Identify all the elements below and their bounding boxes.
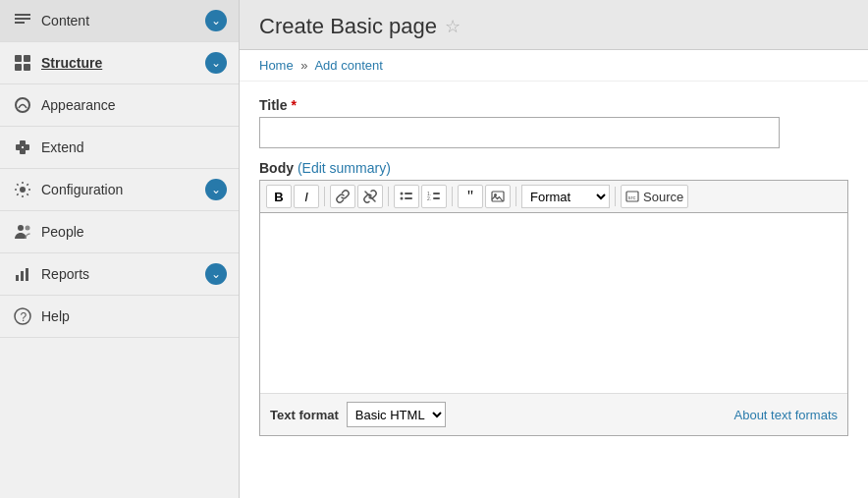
svg-rect-22: [405, 193, 412, 194]
format-select[interactable]: Format Heading 1 Heading 2 Normal: [521, 185, 610, 208]
reports-chevron: ⌄: [205, 263, 227, 285]
sidebar-item-structure[interactable]: Structure ⌄: [0, 42, 239, 84]
svg-rect-10: [20, 140, 26, 146]
svg-text:src: src: [628, 194, 636, 200]
title-input[interactable]: [259, 117, 780, 148]
main-content: Create Basic page ☆ Home » Add content T…: [240, 0, 868, 498]
about-text-formats-link[interactable]: About text formats: [734, 408, 839, 422]
svg-point-21: [401, 193, 404, 195]
svg-rect-0: [15, 14, 30, 16]
configuration-chevron: ⌄: [205, 179, 227, 200]
configuration-icon: [12, 179, 33, 200]
people-icon: [12, 221, 33, 243]
page-title: Create Basic page: [259, 14, 437, 39]
svg-rect-24: [405, 197, 412, 199]
source-button[interactable]: src Source: [621, 185, 688, 208]
toolbar-separator-3: [452, 187, 453, 206]
appearance-icon: [12, 94, 33, 116]
svg-rect-3: [15, 55, 22, 62]
editor-footer: Text format Basic HTML Full HTML Plain t…: [260, 393, 847, 435]
svg-text:?: ?: [21, 310, 27, 324]
sidebar-item-label-appearance: Appearance: [41, 97, 227, 113]
text-format-label: Text format: [270, 408, 339, 422]
sidebar-item-label-reports: Reports: [41, 266, 205, 282]
svg-rect-28: [433, 197, 440, 199]
toolbar-separator-1: [324, 187, 325, 206]
sidebar: Content ⌄ Structure ⌄ Appearance: [0, 0, 240, 498]
extend-icon: [12, 137, 33, 158]
svg-text:2.: 2.: [427, 195, 431, 201]
sidebar-item-label-extend: Extend: [41, 139, 227, 155]
sidebar-item-appearance[interactable]: Appearance: [0, 84, 239, 127]
blockquote-button[interactable]: ": [458, 185, 483, 208]
sidebar-item-configuration[interactable]: Configuration ⌄: [0, 169, 239, 211]
sidebar-item-reports[interactable]: Reports ⌄: [0, 253, 239, 296]
sidebar-item-label-content: Content: [41, 13, 205, 28]
svg-rect-1: [15, 18, 30, 20]
toolbar-separator-5: [615, 187, 616, 206]
svg-point-12: [20, 187, 26, 193]
svg-point-30: [494, 194, 497, 196]
body-editor[interactable]: [260, 213, 847, 390]
toolbar-separator-2: [388, 187, 389, 206]
svg-point-23: [401, 197, 404, 200]
breadcrumb: Home » Add content: [240, 50, 868, 82]
sidebar-item-label-structure: Structure: [41, 55, 205, 71]
svg-rect-26: [433, 193, 440, 194]
svg-rect-11: [20, 148, 26, 154]
edit-summary-link[interactable]: (Edit summary): [298, 160, 391, 176]
breadcrumb-home-link[interactable]: Home: [259, 58, 294, 73]
svg-rect-2: [15, 22, 25, 24]
help-icon: ?: [12, 305, 33, 327]
sidebar-item-label-configuration: Configuration: [41, 182, 205, 197]
svg-rect-5: [15, 64, 22, 71]
sidebar-item-label-help: Help: [41, 308, 227, 324]
bullet-list-button[interactable]: [394, 185, 419, 208]
content-icon: [12, 10, 33, 31]
content-chevron: ⌄: [205, 10, 227, 31]
text-format-select[interactable]: Basic HTML Full HTML Plain text: [347, 402, 446, 427]
svg-point-14: [26, 226, 30, 231]
sidebar-item-extend[interactable]: Extend: [0, 127, 239, 169]
unlink-button[interactable]: [357, 185, 383, 208]
bookmark-star-icon[interactable]: ☆: [445, 16, 461, 37]
sidebar-item-help[interactable]: ? Help: [0, 296, 239, 338]
form-area: Title * Body (Edit summary) B I: [240, 82, 868, 498]
structure-icon: [12, 52, 33, 74]
sidebar-item-people[interactable]: People: [0, 211, 239, 253]
editor-wrapper: B I: [259, 180, 848, 436]
breadcrumb-separator: »: [300, 58, 307, 73]
ordered-list-button[interactable]: 1. 2.: [421, 185, 447, 208]
bold-button[interactable]: B: [266, 185, 292, 208]
reports-icon: [12, 263, 33, 285]
image-button[interactable]: [485, 185, 511, 208]
link-button[interactable]: [330, 185, 355, 208]
required-indicator: *: [292, 97, 297, 113]
svg-rect-15: [16, 275, 19, 281]
svg-rect-4: [24, 55, 30, 62]
svg-rect-17: [26, 268, 28, 281]
page-header: Create Basic page ☆: [240, 0, 868, 50]
breadcrumb-add-content-link[interactable]: Add content: [314, 58, 382, 73]
sidebar-item-label-people: People: [41, 224, 227, 240]
svg-rect-16: [21, 271, 24, 281]
body-field-label: Body (Edit summary): [259, 160, 848, 176]
editor-toolbar: B I: [260, 181, 847, 213]
title-field-label: Title *: [259, 97, 848, 113]
toolbar-separator-4: [515, 187, 516, 206]
svg-rect-6: [24, 64, 30, 71]
source-label: Source: [643, 190, 683, 204]
italic-button[interactable]: I: [294, 185, 319, 208]
svg-point-13: [18, 225, 24, 231]
sidebar-item-content[interactable]: Content ⌄: [0, 0, 239, 42]
structure-chevron: ⌄: [205, 52, 227, 74]
